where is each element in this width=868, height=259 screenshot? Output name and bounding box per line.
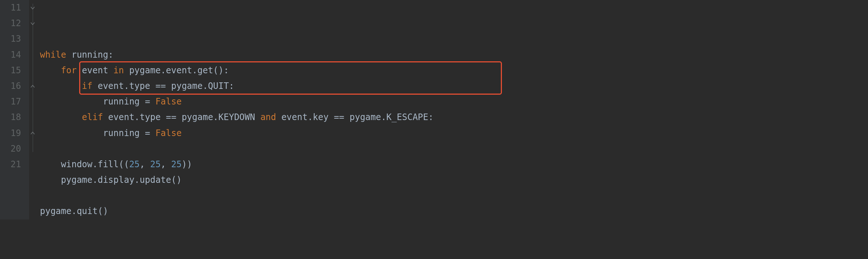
line-number: 21 <box>4 157 21 172</box>
code-token: if <box>82 81 98 91</box>
code-line[interactable]: running = False <box>40 94 868 110</box>
code-token: , <box>161 159 171 169</box>
code-token: elif <box>82 112 108 122</box>
code-line[interactable]: pygame.display.update() <box>40 172 868 188</box>
code-token: pygame.quit() <box>40 206 108 216</box>
fold-collapse-icon[interactable] <box>30 21 35 26</box>
code-token: False <box>155 128 182 138</box>
code-editor[interactable]: 1112131415161718192021 while running: fo… <box>0 0 868 219</box>
code-line[interactable] <box>40 188 868 204</box>
code-token: 25 <box>171 159 182 169</box>
code-token: , <box>140 159 150 169</box>
line-number: 20 <box>4 141 21 157</box>
code-token: 25 <box>150 159 161 169</box>
code-token: pygame.event.get(): <box>129 65 229 75</box>
code-token: False <box>155 96 182 107</box>
code-token: and <box>260 112 281 122</box>
line-number: 18 <box>4 110 21 125</box>
code-token: event.type == pygame.QUIT: <box>98 81 234 91</box>
line-number: 11 <box>4 0 21 16</box>
line-number: 15 <box>4 63 21 78</box>
code-area[interactable]: while running: for event in pygame.event… <box>37 0 868 219</box>
code-line[interactable]: if event.type == pygame.QUIT: <box>40 78 868 94</box>
code-token: event <box>82 65 114 75</box>
code-line[interactable] <box>40 141 868 157</box>
fold-collapse-icon[interactable] <box>30 5 35 11</box>
code-token: window.fill(( <box>40 159 129 169</box>
code-token <box>40 81 82 91</box>
code-line[interactable]: while running: <box>40 47 868 63</box>
code-token: event.key == pygame.K_ESCAPE: <box>281 112 434 122</box>
line-number: 13 <box>4 31 21 47</box>
code-token: running = <box>40 128 155 138</box>
code-line[interactable]: window.fill((25, 25, 25)) <box>40 157 868 172</box>
code-token <box>40 65 61 75</box>
code-token: while <box>40 50 72 60</box>
code-token <box>40 112 82 122</box>
code-line[interactable]: running = False <box>40 126 868 141</box>
code-token: )) <box>182 159 192 169</box>
code-token: event.type == pygame.KEYDOWN <box>108 112 260 122</box>
fold-end-icon <box>30 131 35 136</box>
code-token: for <box>61 65 82 75</box>
line-number: 16 <box>4 78 21 94</box>
code-line[interactable]: for event in pygame.event.get(): <box>40 63 868 78</box>
fold-column <box>29 0 37 219</box>
fold-end-icon <box>30 84 35 89</box>
line-number: 17 <box>4 94 21 110</box>
line-number: 14 <box>4 47 21 63</box>
line-number-gutter: 1112131415161718192021 <box>0 0 29 219</box>
code-token: in <box>113 65 129 75</box>
code-line[interactable]: elif event.type == pygame.KEYDOWN and ev… <box>40 110 868 125</box>
line-number: 12 <box>4 16 21 31</box>
line-number: 19 <box>4 126 21 141</box>
code-token: 25 <box>129 159 140 169</box>
code-token: running = <box>40 96 155 107</box>
code-line[interactable]: pygame.quit() <box>40 204 868 219</box>
code-token: pygame.display.update() <box>40 175 182 185</box>
code-token: running: <box>72 50 114 60</box>
